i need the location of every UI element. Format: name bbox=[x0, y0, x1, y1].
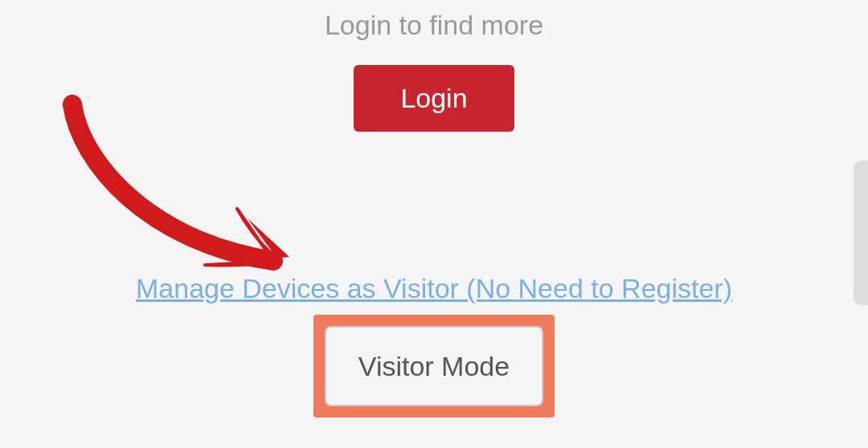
scroll-indicator[interactable] bbox=[854, 161, 868, 305]
manage-devices-visitor-link[interactable]: Manage Devices as Visitor (No Need to Re… bbox=[136, 273, 732, 304]
login-button[interactable]: Login bbox=[354, 65, 514, 132]
visitor-mode-button[interactable]: Visitor Mode bbox=[325, 326, 543, 406]
login-prompt-text: Login to find more bbox=[325, 10, 543, 41]
annotation-highlight-box: Visitor Mode bbox=[313, 315, 555, 417]
